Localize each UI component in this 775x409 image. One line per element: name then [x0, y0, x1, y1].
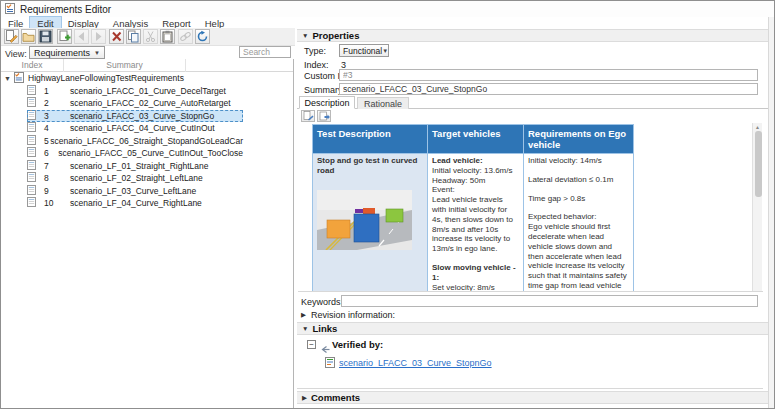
delete-icon[interactable]: [109, 29, 124, 44]
requirement-row-1[interactable]: 1 scenario_LFACC_01_Curve_DecelTarget: [27, 85, 243, 97]
table-header-target-vehicles: Target vehicles: [428, 125, 524, 154]
promote-requirement-icon[interactable]: [74, 29, 89, 44]
save-icon[interactable]: [38, 29, 53, 44]
keywords-label: Keywords:: [301, 297, 343, 307]
paste-icon[interactable]: [160, 29, 175, 44]
requirement-icon: [27, 135, 36, 147]
view-dropdown[interactable]: Requirements ▼: [29, 46, 105, 59]
scrollbar-thumb[interactable]: [755, 131, 762, 197]
requirement-row-3-selected[interactable]: 3 scenario_LFACC_03_Curve_StopnGo: [27, 110, 243, 122]
requirement-summary: scenario_LF_03_Curve_LeftLane: [70, 186, 196, 196]
search-input[interactable]: [239, 46, 291, 58]
toolbar: [1, 28, 295, 46]
requirement-icon: [27, 172, 36, 184]
lead-vehicle-heading: Lead vehicle:: [432, 156, 519, 166]
requirement-icon: [27, 85, 36, 97]
chevron-down-icon: ▼: [382, 48, 388, 54]
event-text: Lead vehicle travels with initial veloci…: [432, 195, 519, 254]
tab-description[interactable]: Description: [299, 96, 355, 109]
comments-title: Comments: [311, 392, 360, 403]
requirement-icon: [27, 147, 36, 159]
collapse-arrow-icon: ▼: [302, 32, 308, 39]
app-icon: [5, 0, 15, 18]
requirement-icon: [27, 97, 36, 109]
test-file-icon: [325, 354, 335, 372]
index-label: Index:: [304, 60, 329, 70]
verified-by-label: Verified by:: [332, 339, 383, 350]
test-description-table: Test Description Target vehicles Require…: [312, 124, 634, 292]
column-header-summary[interactable]: Summary: [64, 59, 186, 72]
expand-arrow-icon: ▶: [302, 394, 307, 402]
expected-behavior-label: Expected behavior:: [528, 212, 629, 222]
ego-lateral-deviation: Lateral deviation ≤ 0.1m: [528, 175, 629, 185]
cut-icon[interactable]: [143, 29, 158, 44]
requirement-set-icon: [14, 72, 24, 85]
requirement-index: 8: [44, 173, 70, 183]
custom-id-input[interactable]: [339, 69, 758, 81]
type-label: Type:: [304, 46, 326, 56]
verified-by-link[interactable]: scenario_LFACC_03_Curve_StopnGo: [339, 358, 492, 368]
requirement-index: 3: [44, 111, 70, 121]
add-requirement-icon[interactable]: [57, 29, 72, 44]
ego-time-gap: Time gap > 0.8s: [528, 194, 629, 204]
view-bar: View: Requirements ▼: [1, 46, 295, 59]
refresh-icon[interactable]: [195, 29, 210, 44]
requirement-icon: [27, 197, 36, 209]
requirement-index: 7: [44, 161, 70, 171]
requirement-row-2[interactable]: 2 scenario_LFACC_02_Curve_AutoRetarget: [27, 97, 243, 109]
requirement-icon: [27, 122, 36, 134]
tree-header: Index Summary: [1, 59, 293, 72]
title-bar: Requirements Editor: [1, 1, 774, 17]
driving-scenario-thumbnail: [317, 190, 412, 250]
requirement-row-4[interactable]: 4 scenario_LFACC_04_Curve_CutInOut: [27, 122, 243, 134]
link-icon[interactable]: [178, 29, 193, 44]
type-value: Functional: [343, 46, 382, 56]
requirement-row-9[interactable]: 9 scenario_LF_03_Curve_LeftLane: [27, 185, 243, 197]
lead-vehicle-velocity: Initial velocity: 13.6m/s: [432, 166, 519, 176]
comments-section-header[interactable]: ▶ Comments: [297, 391, 768, 404]
description-edit-icon[interactable]: [301, 110, 315, 122]
copy-icon[interactable]: [126, 29, 141, 44]
requirement-icon: [27, 185, 36, 197]
links-title: Links: [312, 323, 337, 334]
requirement-row-8[interactable]: 8 scenario_LF_02_Straight_LeftLane: [27, 172, 243, 184]
requirement-index: 10: [44, 198, 70, 208]
summary-input[interactable]: [339, 83, 758, 95]
chevron-down-icon: ▼: [94, 50, 100, 56]
revision-information-label[interactable]: Revision information:: [311, 310, 395, 320]
chevron-expanded-icon[interactable]: ▼: [4, 75, 14, 82]
view-label: View:: [5, 49, 27, 59]
description-editor[interactable]: Test Description Target vehicles Require…: [298, 123, 763, 292]
slow-vehicle-velocity: Set velocity: 8m/s: [432, 283, 519, 292]
requirement-row-6[interactable]: 6 scenario_LFACC_05_Curve_CutInOut_TooCl…: [27, 147, 243, 159]
new-requirement-set-icon[interactable]: [4, 29, 19, 44]
collapse-arrow-icon: ▼: [302, 325, 308, 332]
column-header-index[interactable]: Index: [1, 59, 64, 72]
open-icon[interactable]: [21, 29, 36, 44]
links-section-header[interactable]: ▼ Links: [297, 322, 768, 335]
properties-section-header[interactable]: ▼ Properties: [297, 29, 768, 42]
tab-rationale[interactable]: Rationale: [357, 97, 409, 109]
requirement-row-5[interactable]: 5 scenario_LFACC_06_Straight_StopandGoLe…: [27, 135, 243, 147]
requirement-summary: scenario_LFACC_03_Curve_StopnGo: [70, 111, 214, 121]
requirement-summary: scenario_LF_02_Straight_LeftLane: [70, 173, 203, 183]
requirement-row-10[interactable]: 10 scenario_LF_04_Curve_RightLane: [27, 197, 243, 209]
keywords-input[interactable]: [341, 295, 758, 307]
requirement-index: 1: [44, 86, 70, 96]
requirements-tree: ▼ HighwayLaneFollowingTestRequirements 1…: [1, 72, 293, 210]
requirement-summary: scenario_LFACC_02_Curve_AutoRetarget: [70, 98, 231, 108]
tree-root-row[interactable]: ▼ HighwayLaneFollowingTestRequirements: [1, 72, 293, 85]
scroll-up-icon[interactable]: ▲: [755, 124, 760, 130]
cell-test-description: Stop and go test in curved road: [313, 154, 428, 293]
description-open-external-icon[interactable]: [317, 110, 331, 122]
requirement-row-7[interactable]: 7 scenario_LF_01_Straight_RightLane: [27, 160, 243, 172]
demote-requirement-icon[interactable]: [91, 29, 106, 44]
collapse-link-group-icon[interactable]: −: [307, 340, 316, 349]
ego-initial-velocity: Initial velocity: 14m/s: [528, 156, 629, 166]
revision-expand-icon[interactable]: ▶: [301, 311, 306, 319]
description-scrollbar[interactable]: ▲: [752, 123, 762, 292]
requirement-summary: scenario_LFACC_04_Curve_CutInOut: [70, 123, 215, 133]
panel-scrollbar-gutter[interactable]: [768, 17, 775, 409]
links-body: − Verified by: scenario_LFACC_03_Curve_S…: [297, 335, 763, 389]
type-dropdown[interactable]: Functional ▼: [339, 44, 389, 57]
